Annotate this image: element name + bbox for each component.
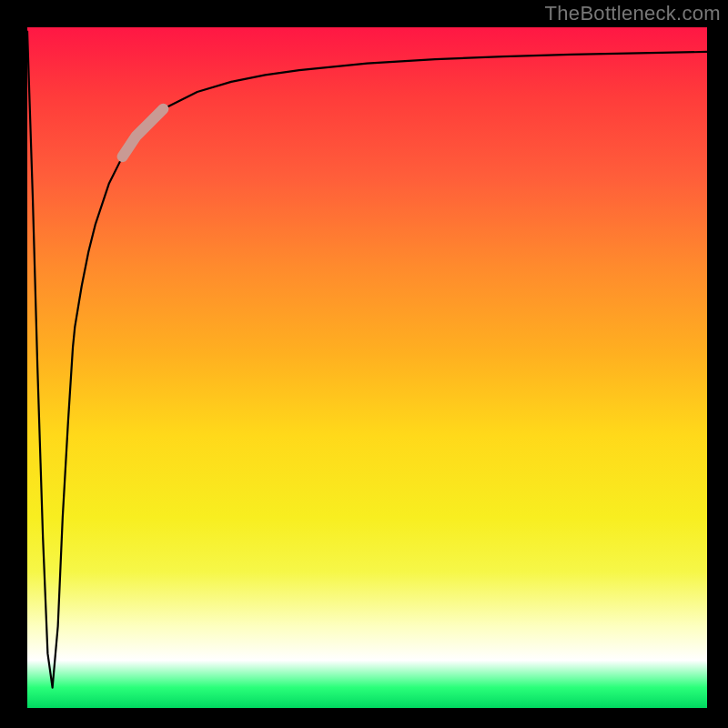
bottleneck-curve-path — [27, 31, 707, 688]
chart-container: TheBottleneck.com — [0, 0, 728, 728]
curve-svg — [27, 27, 707, 708]
highlight-segment — [123, 109, 164, 157]
plot-area — [27, 27, 707, 708]
attribution-text: TheBottleneck.com — [545, 2, 721, 25]
